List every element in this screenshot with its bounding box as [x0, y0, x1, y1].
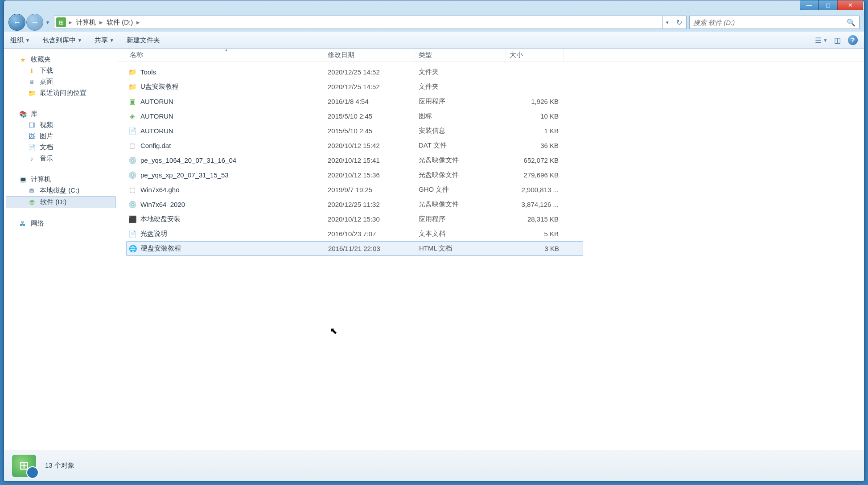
file-type: 光盘映像文件: [415, 171, 506, 179]
file-type: 文本文档: [415, 230, 506, 238]
address-bar[interactable]: ⊞ ▸ 计算机 ▸ 软件 (D:) ▸: [54, 16, 662, 29]
nav-recent[interactable]: 📁最近访问的位置: [6, 87, 116, 99]
nav-music[interactable]: ♪音乐: [6, 153, 116, 164]
nav-computer[interactable]: 💻计算机: [6, 174, 116, 185]
file-type-icon: 💿: [128, 171, 137, 180]
file-size: 1,926 KB: [506, 98, 564, 105]
newfolder-label: 新建文件夹: [127, 36, 160, 45]
file-type: 文件夹: [415, 68, 506, 76]
help-button[interactable]: ?: [848, 35, 858, 45]
file-type-icon: ⬛: [128, 215, 137, 224]
file-type: DAT 文件: [415, 141, 506, 150]
column-date[interactable]: 修改日期: [324, 49, 415, 62]
search-input[interactable]: [693, 19, 847, 26]
close-button[interactable]: ✕: [837, 0, 863, 10]
file-date: 2016/1/8 4:54: [324, 98, 415, 105]
maximize-button[interactable]: ◻: [819, 0, 837, 10]
preview-pane-button[interactable]: ◫: [832, 35, 843, 45]
address-history-dropdown[interactable]: ▾: [662, 16, 672, 29]
column-name[interactable]: 名称▴: [126, 49, 324, 62]
file-size: 5 KB: [506, 230, 564, 238]
file-type-icon: 📄: [128, 230, 137, 238]
breadcrumb-computer[interactable]: 计算机: [73, 18, 99, 27]
file-type: 文件夹: [415, 82, 506, 91]
file-row[interactable]: 🌐硬盘安装教程2016/11/21 22:03HTML 文档3 KB: [126, 241, 583, 256]
column-size[interactable]: 大小: [506, 49, 564, 62]
nav-label: 网络: [31, 219, 44, 228]
file-type-icon: ▢: [128, 141, 137, 150]
file-row[interactable]: ▢Config.dat2020/10/12 15:42DAT 文件36 KB: [126, 138, 864, 153]
nav-videos[interactable]: 🎞视频: [6, 119, 116, 131]
file-row[interactable]: ◈AUTORUN2015/5/10 2:45图标10 KB: [126, 109, 864, 123]
file-type: 应用程序: [415, 215, 506, 223]
nav-desktop[interactable]: 🖥桌面: [6, 76, 116, 87]
file-name: Win7x64.gho: [140, 186, 180, 193]
minimize-button[interactable]: —: [800, 0, 819, 10]
file-row[interactable]: 📄光盘说明2016/10/23 7:07文本文档5 KB: [126, 226, 864, 241]
desktop-icon: 🖥: [27, 78, 36, 86]
search-box[interactable]: 🔍: [689, 16, 860, 29]
col-label: 类型: [419, 51, 432, 59]
search-icon[interactable]: 🔍: [847, 18, 856, 27]
file-size: 28,315 KB: [506, 215, 564, 223]
file-date: 2020/12/25 11:32: [324, 201, 415, 208]
nav-label: 最近访问的位置: [40, 89, 86, 97]
file-date: 2015/5/10 2:45: [324, 127, 415, 135]
new-folder-button[interactable]: 新建文件夹: [127, 36, 160, 45]
nav-label: 计算机: [31, 175, 51, 184]
file-type-icon: ◈: [128, 112, 137, 121]
file-row[interactable]: 📄AUTORUN2015/5/10 2:45安装信息1 KB: [126, 123, 864, 138]
nav-drive-d[interactable]: ⛃软件 (D:): [6, 196, 116, 208]
sort-indicator-icon: ▴: [225, 49, 227, 52]
breadcrumb-sep-icon[interactable]: ▸: [136, 18, 141, 26]
refresh-button[interactable]: ↻: [672, 16, 687, 29]
file-row[interactable]: ▢Win7x64.gho2019/9/7 19:25GHO 文件2,900,81…: [126, 182, 864, 197]
recent-locations-dropdown[interactable]: ▼: [44, 18, 51, 27]
nav-drive-c[interactable]: ⛃本地磁盘 (C:): [6, 185, 116, 196]
file-row[interactable]: ⬛本地硬盘安装2020/10/12 15:30应用程序28,315 KB: [126, 212, 864, 226]
file-row[interactable]: 💿Win7x64_20202020/12/25 11:32光盘映像文件3,874…: [126, 197, 864, 212]
file-date: 2015/5/10 2:45: [324, 112, 415, 120]
organize-menu[interactable]: 组织▼: [10, 36, 30, 45]
nav-row: ← → ▼ ⊞ ▸ 计算机 ▸ 软件 (D:) ▸ ▾ ↻ 🔍: [4, 13, 864, 32]
forward-button[interactable]: →: [26, 14, 43, 31]
window-controls: — ◻ ✕: [800, 0, 863, 10]
nav-favorites[interactable]: ★收藏夹: [6, 54, 116, 65]
file-row[interactable]: 💿pe_yqs_1064_20_07_31_16_042020/10/12 15…: [126, 153, 864, 168]
video-icon: 🎞: [27, 121, 36, 129]
file-type: HTML 文档: [415, 244, 506, 253]
nav-pictures[interactable]: 🖼图片: [6, 131, 116, 142]
nav-documents[interactable]: 📄文档: [6, 142, 116, 153]
drive-icon: ⛃: [28, 198, 37, 206]
nav-network[interactable]: 🖧网络: [6, 218, 116, 229]
file-type: 应用程序: [415, 97, 506, 106]
col-label: 名称: [130, 51, 143, 59]
back-button[interactable]: ←: [8, 14, 25, 31]
view-options-button[interactable]: ☰ ▼: [816, 35, 827, 45]
breadcrumb-drive[interactable]: 软件 (D:): [104, 18, 136, 27]
file-date: 2020/10/12 15:36: [324, 171, 415, 179]
file-row[interactable]: ▣AUTORUN2016/1/8 4:54应用程序1,926 KB: [126, 94, 864, 109]
breadcrumb-sep-icon[interactable]: ▸: [99, 18, 104, 26]
file-row[interactable]: 📁Tools2020/12/25 14:52文件夹: [126, 65, 864, 79]
file-name: U盘安装教程: [140, 82, 179, 91]
file-date: 2020/10/12 15:41: [324, 156, 415, 164]
file-name: Config.dat: [140, 142, 171, 149]
titlebar[interactable]: — ◻ ✕: [4, 0, 864, 13]
file-rows: 📁Tools2020/12/25 14:52文件夹📁U盘安装教程2020/12/…: [118, 62, 864, 450]
share-menu[interactable]: 共享▼: [95, 36, 114, 45]
file-row[interactable]: 📁U盘安装教程2020/12/25 14:52文件夹: [126, 79, 864, 94]
file-row[interactable]: 💿pe_yqs_xp_20_07_31_15_532020/10/12 15:3…: [126, 168, 864, 182]
include-library-menu[interactable]: 包含到库中▼: [42, 36, 82, 45]
address-wrap: ⊞ ▸ 计算机 ▸ 软件 (D:) ▸ ▾ ↻ 🔍: [54, 16, 860, 29]
column-type[interactable]: 类型: [415, 49, 506, 62]
file-date: 2020/10/12 15:30: [324, 215, 415, 223]
nav-label: 收藏夹: [31, 55, 51, 64]
nav-libraries[interactable]: 📚库: [6, 108, 116, 119]
file-name: Win7x64_2020: [140, 201, 185, 208]
nav-downloads[interactable]: ⬇下载: [6, 65, 116, 76]
file-name: pe_yqs_xp_20_07_31_15_53: [140, 171, 229, 179]
breadcrumb-sep-icon[interactable]: ▸: [68, 18, 73, 26]
nav-label: 图片: [40, 132, 53, 140]
file-name: Tools: [140, 68, 156, 76]
